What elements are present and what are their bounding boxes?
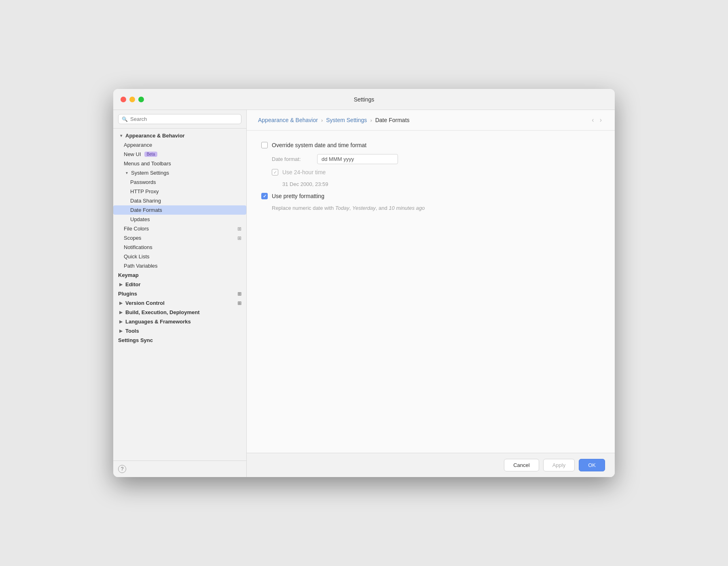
sidebar-item-label: File Colors: [124, 226, 149, 232]
grid-icon: ⊞: [237, 300, 241, 306]
close-button[interactable]: [121, 97, 126, 102]
sidebar-item-version-control[interactable]: ▶ Version Control ⊞: [113, 298, 246, 308]
sidebar-item-menus-toolbars[interactable]: Menus and Toolbars: [113, 159, 246, 168]
breadcrumb: Appearance & Behavior › System Settings …: [247, 110, 615, 131]
sidebar-item-label: Date Formats: [130, 207, 162, 213]
sidebar-item-languages-frameworks[interactable]: ▶ Languages & Frameworks: [113, 317, 246, 326]
sidebar-item-label: System Settings: [131, 170, 169, 176]
sidebar-item-file-colors[interactable]: File Colors ⊞: [113, 224, 246, 233]
sidebar-item-label: Languages & Frameworks: [125, 319, 191, 325]
chevron-right-icon: ▶: [118, 310, 124, 315]
date-format-input[interactable]: [317, 154, 398, 164]
breadcrumb-nav: ‹ ›: [590, 116, 603, 125]
maximize-button[interactable]: [138, 97, 144, 102]
sidebar-item-label: Build, Execution, Deployment: [125, 309, 199, 315]
sidebar-item-label: Keymap: [118, 272, 139, 278]
sidebar-footer: ?: [113, 460, 246, 477]
time-preview: 31 Dec 2000, 23:59: [272, 181, 600, 187]
sidebar-item-data-sharing[interactable]: Data Sharing: [113, 196, 246, 205]
chevron-down-icon: ▾: [118, 133, 124, 138]
window-title: Settings: [354, 96, 375, 103]
breadcrumb-item-3: Date Formats: [375, 117, 410, 123]
sidebar-item-label: Path Variables: [124, 263, 158, 269]
sidebar-item-appearance[interactable]: Appearance: [113, 140, 246, 150]
sidebar-item-keymap[interactable]: Keymap: [113, 270, 246, 280]
sidebar-item-label: Tools: [125, 328, 139, 334]
search-input[interactable]: [130, 116, 238, 122]
breadcrumb-item-2[interactable]: System Settings: [326, 117, 367, 123]
sidebar-item-label: Scopes: [124, 235, 141, 241]
sidebar-item-passwords[interactable]: Passwords: [113, 177, 246, 187]
sidebar-item-new-ui[interactable]: New UI Beta: [113, 150, 246, 159]
sidebar-item-editor[interactable]: ▶ Editor: [113, 280, 246, 289]
use-24h-row: Use 24-hour time: [272, 169, 600, 175]
chevron-right-icon: ▶: [118, 282, 124, 287]
minimize-button[interactable]: [129, 97, 135, 102]
content-area: 🔍 ▾ Appearance & Behavior Appearance New…: [113, 110, 615, 477]
sidebar-tree: ▾ Appearance & Behavior Appearance New U…: [113, 129, 246, 460]
sidebar-item-path-variables[interactable]: Path Variables: [113, 261, 246, 270]
chevron-right-icon: ▶: [118, 329, 124, 333]
pretty-formatting-label: Use pretty formatting: [272, 193, 324, 199]
sidebar-item-label: Passwords: [130, 179, 156, 185]
cancel-button[interactable]: Cancel: [504, 459, 539, 471]
sidebar-item-label: Updates: [130, 216, 150, 222]
breadcrumb-item-1[interactable]: Appearance & Behavior: [258, 117, 318, 123]
main-content: Override system date and time format Dat…: [247, 131, 615, 453]
sidebar-item-plugins[interactable]: Plugins ⊞: [113, 289, 246, 298]
breadcrumb-separator: ›: [321, 117, 323, 123]
apply-button[interactable]: Apply: [543, 459, 575, 471]
sidebar-item-label: Appearance & Behavior: [125, 133, 185, 139]
main-panel: Appearance & Behavior › System Settings …: [247, 110, 615, 477]
sidebar: 🔍 ▾ Appearance & Behavior Appearance New…: [113, 110, 247, 477]
sidebar-item-tools[interactable]: ▶ Tools: [113, 326, 246, 336]
settings-window: Settings 🔍 ▾ Appearance & Behavior Appea…: [113, 89, 615, 477]
override-label: Override system date and time format: [272, 142, 366, 148]
sidebar-item-scopes[interactable]: Scopes ⊞: [113, 233, 246, 243]
date-format-row: Date format:: [272, 154, 600, 164]
pretty-desc-comma1: ,: [349, 205, 352, 211]
back-button[interactable]: ‹: [590, 116, 595, 125]
sidebar-item-updates[interactable]: Updates: [113, 215, 246, 224]
chevron-right-icon: ▶: [118, 319, 124, 324]
search-container: 🔍: [113, 110, 246, 129]
forward-button[interactable]: ›: [598, 116, 603, 125]
date-format-section: Date format: Use 24-hour time 31 Dec 200…: [261, 154, 600, 187]
sidebar-item-label: New UI: [124, 151, 141, 157]
pretty-desc-yesterday: Yesterday: [352, 205, 376, 211]
sidebar-item-quick-lists[interactable]: Quick Lists: [113, 252, 246, 261]
sidebar-item-date-formats[interactable]: Date Formats: [113, 205, 246, 215]
search-icon: 🔍: [122, 116, 128, 122]
sidebar-item-label: HTTP Proxy: [130, 188, 159, 194]
use-24h-label: Use 24-hour time: [282, 169, 326, 175]
use-24h-checkbox[interactable]: [272, 169, 278, 175]
sidebar-item-appearance-behavior[interactable]: ▾ Appearance & Behavior: [113, 131, 246, 140]
beta-badge: Beta: [144, 152, 158, 157]
pretty-desc-text: Replace numeric date with: [272, 205, 335, 211]
chevron-right-icon: ▶: [118, 301, 124, 305]
help-button[interactable]: ?: [118, 465, 126, 473]
sidebar-item-http-proxy[interactable]: HTTP Proxy: [113, 187, 246, 196]
search-wrapper[interactable]: 🔍: [118, 114, 241, 124]
chevron-down-icon: ▾: [124, 171, 129, 175]
sidebar-item-label: Quick Lists: [124, 253, 150, 260]
window-controls: [121, 97, 144, 102]
sidebar-item-label: Version Control: [125, 300, 165, 306]
pretty-formatting-row: Use pretty formatting: [261, 193, 600, 199]
breadcrumb-separator: ›: [370, 117, 372, 123]
sidebar-item-notifications[interactable]: Notifications: [113, 243, 246, 252]
override-setting-row: Override system date and time format: [261, 142, 600, 148]
ok-button[interactable]: OK: [579, 459, 605, 471]
date-format-label: Date format:: [272, 156, 312, 162]
sidebar-item-label: Notifications: [124, 244, 152, 250]
pretty-desc-comma2: , and: [376, 205, 389, 211]
sidebar-item-label: Appearance: [124, 142, 152, 148]
sidebar-item-label: Editor: [125, 281, 141, 287]
pretty-formatting-section: Use pretty formatting Replace numeric da…: [261, 193, 600, 211]
sidebar-item-settings-sync[interactable]: Settings Sync: [113, 336, 246, 345]
override-checkbox[interactable]: [261, 142, 268, 148]
sidebar-item-build-exec-deploy[interactable]: ▶ Build, Execution, Deployment: [113, 308, 246, 317]
pretty-formatting-checkbox[interactable]: [261, 193, 268, 199]
sidebar-item-system-settings[interactable]: ▾ System Settings: [113, 168, 246, 177]
sidebar-item-label: Plugins: [118, 291, 137, 297]
